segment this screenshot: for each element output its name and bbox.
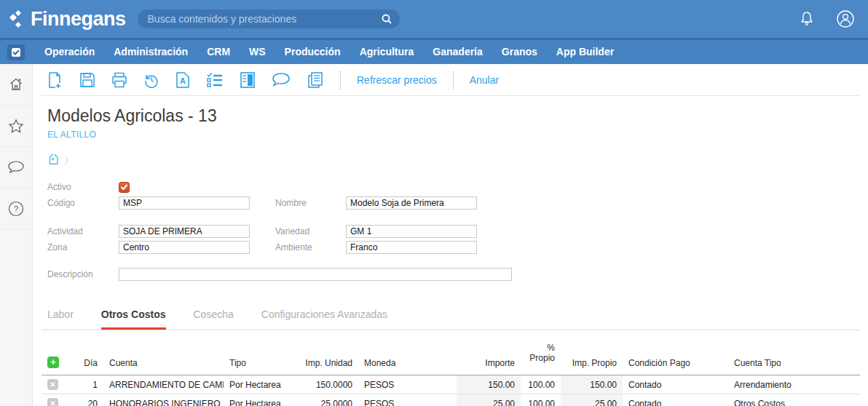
nav-item-app-builder[interactable]: App Builder	[547, 40, 623, 64]
cell-imp-unidad: 150.0000	[296, 375, 358, 394]
cell-condicion-pago: Contado	[623, 394, 728, 406]
nav-item-ws[interactable]: WS	[240, 40, 275, 64]
cell-condicion-pago: Contado	[623, 375, 728, 394]
cell-importe: 25.00	[457, 394, 521, 406]
nav-item-produccion[interactable]: Producción	[275, 40, 350, 64]
page-subtitle: EL ALTILLO	[47, 130, 859, 140]
variedad-input[interactable]	[346, 225, 477, 238]
ambiente-label: Ambiente	[275, 242, 346, 252]
main-nav: Operación Administración CRM WS Producci…	[0, 38, 868, 64]
variedad-label: Variedad	[275, 226, 346, 236]
cell-importe: 150.00	[457, 375, 521, 394]
nav-item-ganaderia[interactable]: Ganadería	[423, 40, 492, 64]
cell-cuenta: HONORARIOS INGENIERO ...	[103, 394, 224, 406]
save-icon[interactable]	[79, 72, 95, 88]
undo-history-icon[interactable]	[143, 72, 159, 88]
actividad-input[interactable]	[119, 225, 250, 238]
cell-cuenta-tipo: Arrendamiento	[728, 375, 860, 394]
new-document-icon[interactable]	[47, 71, 63, 89]
sidebar-spacer	[0, 230, 32, 271]
detail-tabs: Labor Otros Costos Cosecha Configuracion…	[42, 309, 859, 330]
tab-otros-costos[interactable]: Otros Costos	[101, 309, 166, 330]
codigo-input[interactable]	[119, 196, 250, 210]
delete-row-button[interactable]: ✕	[47, 398, 58, 406]
search-input[interactable]	[148, 13, 381, 25]
activo-label: Activo	[47, 182, 119, 192]
codigo-label: Código	[47, 198, 119, 208]
copy-icon[interactable]	[307, 71, 324, 89]
col-header-condicion-pago: Condición Pago	[623, 343, 728, 375]
checklist-icon[interactable]	[206, 72, 224, 88]
svg-text:?: ?	[14, 204, 18, 213]
cell-imp-unidad: 25.0000	[296, 394, 358, 406]
nav-item-agricultura[interactable]: Agricultura	[350, 40, 424, 64]
cell-moneda: PESOS	[358, 375, 457, 394]
report-icon[interactable]	[240, 71, 256, 89]
cell-imp-propio: 150.00	[561, 375, 623, 394]
chevron-right-icon: 〉	[64, 154, 74, 167]
cell-tipo: Por Hectarea	[224, 375, 296, 394]
refrescar-precios-button[interactable]: Refrescar precios	[357, 74, 437, 86]
col-header-importe: Importe	[457, 343, 521, 375]
model-form: Activo Código Nombre Actividad Variedad …	[47, 179, 859, 282]
nombre-input[interactable]	[346, 196, 477, 210]
comment-icon[interactable]	[0, 147, 32, 188]
nav-item-administracion[interactable]: Administración	[104, 40, 197, 64]
delete-row-button[interactable]: ✕	[47, 379, 58, 390]
cell-pct-propio: 100.00	[521, 375, 561, 394]
col-header-cuenta: Cuenta	[103, 343, 224, 375]
home-icon[interactable]	[0, 64, 32, 106]
app-header: Finnegans	[0, 0, 868, 38]
col-header-moneda: Moneda	[358, 343, 457, 375]
bell-icon[interactable]	[798, 10, 816, 28]
ambiente-input[interactable]	[346, 241, 477, 254]
cell-dia: 20	[71, 394, 103, 406]
toolbar-divider	[340, 71, 341, 89]
descripcion-input[interactable]	[119, 268, 512, 281]
col-header-cuenta-tipo: Cuenta Tipo	[728, 343, 860, 375]
global-search[interactable]	[138, 9, 400, 28]
cell-pct-propio: 100.00	[521, 394, 561, 406]
cell-tipo: Por Hectarea	[224, 394, 296, 406]
nav-item-crm[interactable]: CRM	[197, 40, 240, 64]
add-row-button[interactable]: +	[47, 357, 59, 368]
star-icon[interactable]	[0, 106, 32, 147]
user-icon[interactable]	[836, 9, 855, 28]
logo-text: Finnegans	[31, 8, 126, 31]
svg-text:A: A	[180, 76, 186, 85]
logo[interactable]: Finnegans	[7, 8, 126, 31]
page-title: Modelos Agricolas - 13	[47, 106, 859, 126]
nav-item-operacion[interactable]: Operación	[35, 40, 104, 64]
print-icon[interactable]	[111, 72, 127, 88]
search-icon[interactable]	[381, 13, 392, 25]
activo-checkbox[interactable]	[119, 182, 130, 193]
help-icon[interactable]: ?	[0, 188, 32, 230]
cell-cuenta: ARRENDAMIENTO DE CAMPO	[103, 375, 224, 394]
col-header-imp-propio: Imp. Propio	[561, 343, 623, 375]
tab-cosecha[interactable]: Cosecha	[194, 309, 234, 330]
anular-button[interactable]: Anular	[470, 74, 499, 86]
descripcion-label: Descripción	[47, 269, 119, 279]
col-header-pct-propio: % Propio	[521, 343, 561, 375]
nombre-label: Nombre	[275, 198, 346, 208]
tag-icon	[47, 154, 61, 167]
zona-label: Zona	[47, 242, 119, 252]
tab-configuraciones-avanzadas[interactable]: Configuraciones Avanzadas	[261, 309, 387, 330]
table-row[interactable]: ✕ 20 HONORARIOS INGENIERO ... Por Hectar…	[42, 394, 860, 406]
finnegans-logo-icon	[7, 8, 26, 30]
actividad-label: Actividad	[47, 226, 119, 236]
nav-item-granos[interactable]: Granos	[492, 40, 547, 64]
record-toolbar: A Refrescar precios Anular	[42, 64, 859, 96]
otros-costos-grid: + Día Cuenta Tipo Imp. Unidad Moneda Imp…	[42, 343, 859, 406]
font-document-icon[interactable]: A	[175, 71, 190, 89]
cell-cuenta-tipo: Otros Costos	[728, 394, 860, 406]
tab-labor[interactable]: Labor	[47, 309, 74, 330]
col-header-tipo: Tipo	[224, 343, 296, 375]
zona-input[interactable]	[119, 241, 250, 254]
cell-imp-propio: 25.00	[561, 394, 623, 406]
comment-icon[interactable]	[272, 72, 291, 88]
tags-expander[interactable]: 〉	[47, 154, 859, 167]
module-checkbox-icon[interactable]	[7, 44, 25, 60]
col-header-dia: Día	[71, 343, 103, 375]
table-row[interactable]: ✕ 1 ARRENDAMIENTO DE CAMPO Por Hectarea …	[42, 375, 860, 394]
